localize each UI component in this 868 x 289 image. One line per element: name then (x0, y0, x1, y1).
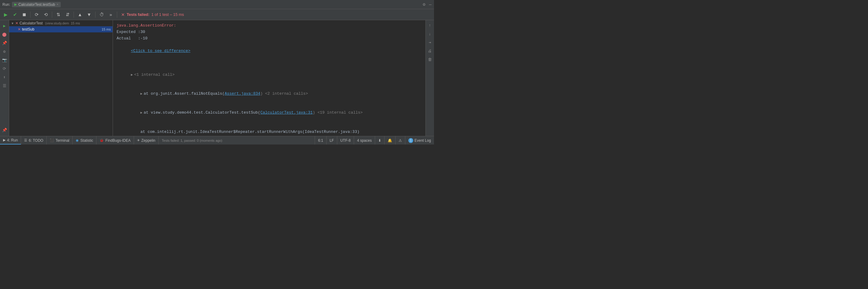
child-duration: 15 ms (102, 28, 111, 31)
click-diff-link[interactable]: <Click to see difference> (131, 49, 190, 53)
status-x-icon: ✕ (121, 12, 125, 17)
sidebar-pin-icon[interactable]: 📌 (1, 39, 8, 47)
tab-terminal[interactable]: ⬛ Terminal (47, 136, 73, 144)
title-right: ⚙ — (423, 2, 432, 7)
status-bar: ▶ 4: Run ☰ 6: TODO ⬛ Terminal ◉ Statisti… (0, 136, 434, 144)
toolbar-sep-3 (73, 11, 74, 18)
rerun-failed-button[interactable]: ⟲ (42, 11, 50, 19)
tree-arrow: ▼ (11, 22, 14, 25)
findbugs-tab-icon: 🐞 (99, 138, 104, 142)
status-label: Tests failed: (127, 12, 150, 17)
tab-findbugs[interactable]: 🐞 FindBugs-IDEA (96, 136, 134, 144)
line-ending[interactable]: LF (326, 136, 337, 144)
findbugs-tab-label: FindBugs-IDEA (105, 138, 131, 143)
trash-icon[interactable]: 🗑 (427, 56, 433, 63)
scroll-up-icon[interactable]: ↑ (427, 22, 433, 29)
title-bar: Run: ▶ CalculatorTest.testSub × ⚙ — (0, 0, 434, 9)
settings-icon[interactable]: ⚙ (423, 2, 425, 7)
click-link-line[interactable]: <Click to see difference> (117, 41, 422, 60)
wrap-icon[interactable]: ⇥ (427, 39, 433, 46)
run-prefix: Run: (2, 2, 10, 7)
terminal-tab-label: Terminal (56, 138, 69, 143)
sidebar-thumbtack-icon[interactable]: 📌 (1, 126, 8, 134)
sidebar-import-icon[interactable]: ⬆ (1, 73, 8, 81)
minimize-icon[interactable]: — (429, 2, 432, 7)
status-message: Tests failed: 1, passed: 0 (moments ago) (159, 139, 225, 142)
warning-icon[interactable]: ⚠ (395, 136, 405, 144)
toolbar-sep-5 (117, 11, 117, 18)
prev-fail-button[interactable]: ▲ (76, 11, 84, 19)
more-button[interactable]: » (107, 11, 115, 19)
stack-line-3: at com.intellij.rt.junit.IdeaTestRunner$… (117, 122, 422, 136)
stack-suffix-2: ) <19 internal calls> (313, 110, 363, 115)
root-fail-icon: ✕ (15, 21, 18, 25)
stack-line-1: ▶at org.junit.Assert.failNotEquals(Asser… (117, 84, 422, 103)
run-tab-icon-bottom: ▶ (3, 138, 5, 142)
sidebar-camera-icon[interactable]: 📷 (1, 56, 8, 64)
root-sublabel2: 15 ms (71, 21, 80, 25)
indent[interactable]: 4 spaces (354, 136, 375, 144)
next-fail-button[interactable]: ▼ (85, 11, 93, 19)
notification-icon[interactable]: 🔔 (384, 136, 395, 144)
expected-line: Expected :30 (117, 29, 422, 35)
stack-suffix-1: ) <2 internal calls> (260, 91, 308, 96)
sidebar-run-icon[interactable]: ▶ (1, 22, 8, 30)
output-panel: java.lang.AssertionError: Expected :30 A… (113, 20, 426, 136)
tab-run[interactable]: ▶ 4: Run (0, 136, 21, 144)
root-sublabel: (view.study.dem (45, 21, 69, 25)
sidebar-refresh-icon[interactable]: ⟳ (1, 65, 8, 73)
test-tree-root[interactable]: ▼ ✕ CalculatorTest (view.study.dem 15 ms (9, 20, 113, 26)
cursor-position[interactable]: 6:1 (315, 136, 326, 144)
stack-line-2: ▶at view.study.demo44.test.CalculatorTes… (117, 104, 422, 122)
todo-tab-label: 6: TODO (29, 138, 43, 143)
scroll-down-icon[interactable]: ↓ (427, 31, 433, 37)
stack-link-2[interactable]: CalculatorTest.java:31 (260, 110, 313, 115)
run-label: Run: ▶ CalculatorTest.testSub × (2, 2, 61, 7)
test-status: ✕ Tests failed: 1 of 1 test – 15 ms (121, 12, 184, 17)
status-right-area: 6:1 LF UTF-8 4 spaces ⬇ 🔔 ⚠ 1 Event Log (315, 136, 434, 144)
root-label: CalculatorTest (20, 21, 43, 25)
tab-todo[interactable]: ☰ 6: TODO (21, 136, 47, 144)
terminal-tab-icon: ⬛ (50, 138, 54, 142)
statistic-tab-icon: ◉ (76, 138, 79, 142)
print-icon[interactable]: 🖨 (427, 48, 433, 54)
event-log-badge: 1 (408, 138, 413, 143)
todo-tab-icon: ☰ (24, 138, 27, 142)
rerun-button[interactable]: ⟳ (33, 11, 40, 19)
sidebar-error-icon[interactable]: ⬤ (1, 31, 8, 38)
internal-call-0: <1 internal call> (134, 73, 175, 77)
run-tab-label-bottom: 4: Run (7, 138, 18, 142)
event-log-label: Event Log (414, 138, 431, 143)
event-log[interactable]: 1 Event Log (405, 136, 434, 144)
bottom-tabs: ▶ 4: Run ☰ 6: TODO ⬛ Terminal ◉ Statisti… (0, 136, 159, 144)
run-button[interactable]: ▶ (2, 11, 10, 19)
child-fail-icon: ✕ (18, 27, 21, 31)
main-area: ▶ ⬤ 📌 ⚙ 📷 ⟳ ⬆ ☰ 📌 ▼ ✕ CalculatorTest (vi… (0, 20, 434, 136)
sidebar-list-icon[interactable]: ☰ (1, 82, 8, 90)
left-sidebar: ▶ ⬤ 📌 ⚙ 📷 ⟳ ⬆ ☰ 📌 (0, 20, 9, 136)
rerun-ok-button[interactable]: ✔ (11, 11, 19, 19)
test-panel: ▼ ✕ CalculatorTest (view.study.dem 15 ms… (9, 20, 113, 136)
stack-link-1[interactable]: Assert.java:834 (225, 91, 260, 96)
sidebar-gear-icon[interactable]: ⚙ (1, 48, 8, 56)
zeppelin-tab-icon: ✈ (137, 138, 140, 142)
stop-button[interactable]: ⏹ (20, 11, 28, 19)
collapse-1[interactable]: ▶ (141, 91, 143, 97)
test-tree-child[interactable]: ✕ testSub 15 ms (9, 26, 113, 32)
sort-duration-button[interactable]: ⇅ (63, 11, 71, 19)
collapse-2[interactable]: ▶ (141, 110, 143, 116)
statistic-tab-label: Statistic (80, 138, 93, 143)
encoding[interactable]: UTF-8 (337, 136, 354, 144)
clock-button[interactable]: ⏱ (98, 11, 105, 19)
sort-alpha-button[interactable]: ⇅ (54, 11, 62, 19)
stack-line-0: ▶<1 internal call> (117, 65, 422, 84)
tab-zeppelin[interactable]: ✈ Zeppelin (134, 136, 159, 144)
run-tab-icon: ▶ (14, 2, 17, 6)
run-tab[interactable]: ▶ CalculatorTest.testSub × (12, 2, 61, 7)
memory-icon[interactable]: ⬇ (375, 136, 384, 144)
run-tab-close[interactable]: × (57, 3, 58, 6)
collapse-0[interactable]: ▶ (131, 73, 133, 78)
toolbar-sep-1 (30, 11, 31, 18)
tab-statistic[interactable]: ◉ Statistic (73, 136, 96, 144)
child-label: testSub (22, 27, 34, 31)
